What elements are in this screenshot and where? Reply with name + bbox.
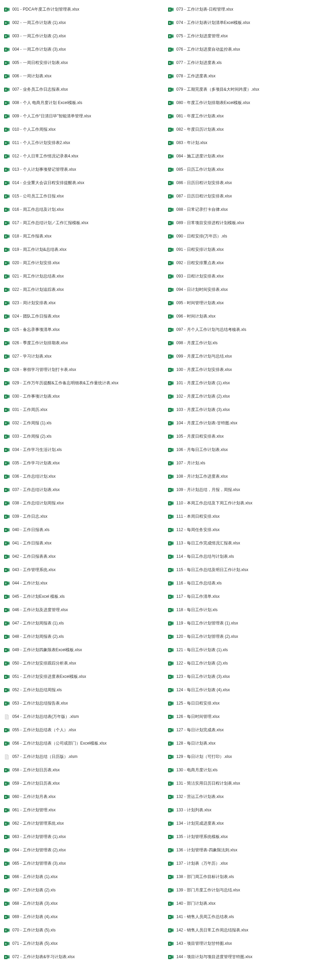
file-item[interactable]: 134 - 计划完成进度表.xlsx — [164, 817, 328, 830]
file-item[interactable]: 006 - 一周计划表.xlsx — [0, 70, 164, 83]
file-item[interactable]: 070 - 工作计划表 (5).xls — [0, 924, 164, 937]
file-item[interactable]: 028 - 寒假学习管理计划打卡表.xlsx — [0, 363, 164, 376]
file-item[interactable]: 106 - 月每日工作计划表.xlsx — [164, 443, 328, 457]
file-item[interactable]: 087 - 日历日程计划安排表.xlsx — [164, 189, 328, 203]
file-item[interactable]: 034 - 工作学习生活计划.xls — [0, 443, 164, 457]
file-item[interactable]: 073 - 工作计划表-日程管理.xlsx — [164, 3, 328, 16]
file-item[interactable]: 051 - 工作计划安排进度表Excel模板.xlsx — [0, 670, 164, 683]
file-item[interactable]: 115 - 每日工作总结及明日工作计划.xlsx — [164, 563, 328, 577]
file-item[interactable]: 128 - 每日计划表.xlsx — [164, 737, 328, 750]
file-item[interactable]: 135 - 计划管理系统模板.xlsx — [164, 830, 328, 843]
file-item[interactable]: 036 - 工作总结计划.xlsx — [0, 470, 164, 483]
file-item[interactable]: 011 - 个人工作计划安排表2.xlsx — [0, 136, 164, 150]
file-item[interactable]: 058 - 工作计划日历表.xlsx — [0, 764, 164, 777]
file-item[interactable]: 077 - 工作计划进度表.xls — [164, 56, 328, 70]
file-item[interactable]: 015 - 公司员工工作日报.xlsx — [0, 189, 164, 203]
file-item[interactable]: 075 - 工作计划进度管理.xlsx — [164, 29, 328, 43]
file-item[interactable]: 042 - 工作日报表表.xlsx — [0, 550, 164, 563]
file-item[interactable]: 091 - 日程安排计划表.xlsx — [164, 243, 328, 256]
file-item[interactable]: 143 - 项目管理计划甘特图.xlsx — [164, 937, 328, 950]
file-item[interactable]: 069 - 工作计划表 (4).xlsx — [0, 910, 164, 924]
file-item[interactable]: 068 - 工作计划表 (3).xlsx — [0, 897, 164, 910]
file-item[interactable]: 112 - 每周任务安排.xlsx — [164, 523, 328, 536]
file-item[interactable]: 101 - 月度工作计划表 (1).xlsx — [164, 376, 328, 390]
file-item[interactable]: 094 - 日计划时间安排表.xlsx — [164, 283, 328, 296]
file-item[interactable]: 097 - 月个人工作计划与总结考核表.xls — [164, 323, 328, 336]
file-item[interactable]: 031 - 工作周历.xlsx — [0, 403, 164, 417]
file-item[interactable]: 125 - 每日日程安排.xlsx — [164, 697, 328, 710]
file-item[interactable]: 044 - 工作计划.xlsx — [0, 577, 164, 590]
file-item[interactable]: 052 - 工作计划总结周报.xls — [0, 683, 164, 697]
file-item[interactable]: 066 - 工作计划表 (1).xlsx — [0, 870, 164, 883]
file-item[interactable]: 043 - 工作管理系统.xlsx — [0, 563, 164, 577]
file-item[interactable]: 120 - 每日工作计划管理表 (2).xlsx — [164, 630, 328, 643]
file-item[interactable]: 127 - 每日计划完成表.xlsx — [164, 723, 328, 737]
file-item[interactable]: 039 - 工作日志.xlsx — [0, 510, 164, 523]
file-item[interactable]: 040 - 工作日报表.xls — [0, 523, 164, 536]
file-item[interactable]: 037 - 工作总结计划表.xlsx — [0, 483, 164, 496]
file-item[interactable]: 083 - 年计划.xlsx — [164, 136, 328, 150]
file-item[interactable]: 029 - 工作万年历提醒&工作备忘明细表&工作量统计表.xlsx — [0, 376, 164, 390]
file-item[interactable]: 129 - 每日计划（可打印）.xlsx — [164, 750, 328, 764]
file-item[interactable]: 139 - 部门月度工作计划与总结.xlsx — [164, 883, 328, 897]
file-item[interactable]: 085 - 日历工作计划表.xlsx — [164, 163, 328, 176]
file-item[interactable]: 012 - 个人日常工作情况记录表4.xlsx — [0, 150, 164, 163]
file-item[interactable]: 035 - 工作学习计划表.xlsx — [0, 457, 164, 470]
file-item[interactable]: 022 - 周工作计划追踪表.xlsx — [0, 283, 164, 296]
file-item[interactable]: 054 - 工作计划总结表(万年版）.xlsm — [0, 710, 164, 723]
file-item[interactable]: 144 - 项目计划与项目进度管理甘特图.xlsx — [164, 950, 328, 964]
file-item[interactable]: 030 - 工作事项计划表.xlsx — [0, 390, 164, 403]
file-item[interactable]: 060 - 工作计划月表.xlsx — [0, 790, 164, 803]
file-item[interactable]: 118 - 每日工作计划.xls — [164, 603, 328, 617]
file-item[interactable]: 099 - 月度工作计划与总结.xlsx — [164, 350, 328, 363]
file-item[interactable]: 056 - 工作计划总结表（公司或部门）Excel模板.xlsx — [0, 737, 164, 750]
file-item[interactable]: 014 - 企业重大会议日程安排提醒表.xlsx — [0, 176, 164, 189]
file-item[interactable]: 131 - 简洁实用日历日程计划表.xlsx — [164, 777, 328, 790]
file-item[interactable]: 019 - 周工作计划&总结表.xlsx — [0, 243, 164, 256]
file-item[interactable]: 004 - 一周工作计划表 (3).xlsx — [0, 43, 164, 56]
file-item[interactable]: 078 - 工作进度表.xlsx — [164, 70, 328, 83]
file-item[interactable]: 026 - 季度工作计划排期表.xlsx — [0, 336, 164, 350]
file-item[interactable]: 065 - 工作计划管理表 (3).xlsx — [0, 857, 164, 870]
file-item[interactable]: 132 - 营运工作计划表.xlsx — [164, 790, 328, 803]
file-item[interactable]: 038 - 工作总结计划周报.xlsx — [0, 496, 164, 510]
file-item[interactable]: 142 - 销售人员日常工作周总结报表.xlsx — [164, 924, 328, 937]
file-item[interactable]: 076 - 工作计划进度自动监控表.xlsx — [164, 43, 328, 56]
file-item[interactable]: 046 - 工作计划及进度管理.xlsx — [0, 603, 164, 617]
file-item[interactable]: 079 - 工期完度表（多项目&大时间跨度）.xlsx — [164, 83, 328, 96]
file-item[interactable]: 045 - 工作计划Excel 模板.xls — [0, 590, 164, 603]
file-item[interactable]: 007 - 业务员工作日志报表.xlsx — [0, 83, 164, 96]
file-item[interactable]: 093 - 日程计划安排表.xlsx — [164, 270, 328, 283]
file-item[interactable]: 027 - 学习计划表.xlsx — [0, 350, 164, 363]
file-item[interactable]: 023 - 周计划安排表.xlsx — [0, 296, 164, 310]
file-item[interactable]: 092 - 日程安排重点表.xlsx — [164, 256, 328, 270]
file-item[interactable]: 061 - 工作计划管理.xlsx — [0, 803, 164, 817]
file-item[interactable]: 140 - 部门计划表.xlsx — [164, 897, 328, 910]
file-item[interactable]: 113 - 每日工作完成情况汇报表.xlsx — [164, 536, 328, 550]
file-item[interactable]: 098 - 月度工作计划.xls — [164, 336, 328, 350]
file-item[interactable]: 116 - 每日工作总结表.xls — [164, 577, 328, 590]
file-item[interactable]: 018 - 周工作报表.xlsx — [0, 230, 164, 243]
file-item[interactable]: 016 - 周工作总结及计划.xlsx — [0, 203, 164, 216]
file-item[interactable]: 104 - 月度工作计划表-甘特图.xlsx — [164, 417, 328, 430]
file-item[interactable]: 109 - 月计划总结，月报，周报.xlsx — [164, 483, 328, 496]
file-item[interactable]: 090 - 日程安排(万年历）.xls — [164, 230, 328, 243]
file-item[interactable]: 117 - 每日工作清单.xlsx — [164, 590, 328, 603]
file-item[interactable]: 009 - 个人工作“日清日毕”智能清单管理.xlsx — [0, 110, 164, 123]
file-item[interactable]: 110 - 本周工作总结及下周工作计划表.xlsx — [164, 496, 328, 510]
file-item[interactable]: 107 - 月计划.xls — [164, 457, 328, 470]
file-item[interactable]: 053 - 工作计划总结报告表.xlsx — [0, 697, 164, 710]
file-item[interactable]: 024 - 团队工作日报表.xlsx — [0, 310, 164, 323]
file-item[interactable]: 064 - 工作计划管理表 (2).xlsx — [0, 843, 164, 857]
file-item[interactable]: 123 - 每日工作计划表 (3).xlsx — [164, 670, 328, 683]
file-item[interactable]: 122 - 每日工作计划表 (2).xls — [164, 657, 328, 670]
file-item[interactable]: 002 - 一周工作计划表 (1).xlsx — [0, 16, 164, 29]
file-item[interactable]: 126 - 每日时间管理.xlsx — [164, 710, 328, 723]
file-item[interactable]: 084 - 施工进度计划表.xlsx — [164, 150, 328, 163]
file-item[interactable]: 032 - 工作周报 (1).xls — [0, 417, 164, 430]
file-item[interactable]: 050 - 工作计划安排跟踪分析表.xlsx — [0, 657, 164, 670]
file-item[interactable]: 033 - 工作周报 (2).xls — [0, 430, 164, 443]
file-item[interactable]: 074 - 工作计划表计划清单Excel模板.xlsx — [164, 16, 328, 29]
file-item[interactable]: 081 - 年度工作计划表.xlsx — [164, 110, 328, 123]
file-item[interactable]: 136 - 计划管理表-四象限法则.xlsx — [164, 843, 328, 857]
